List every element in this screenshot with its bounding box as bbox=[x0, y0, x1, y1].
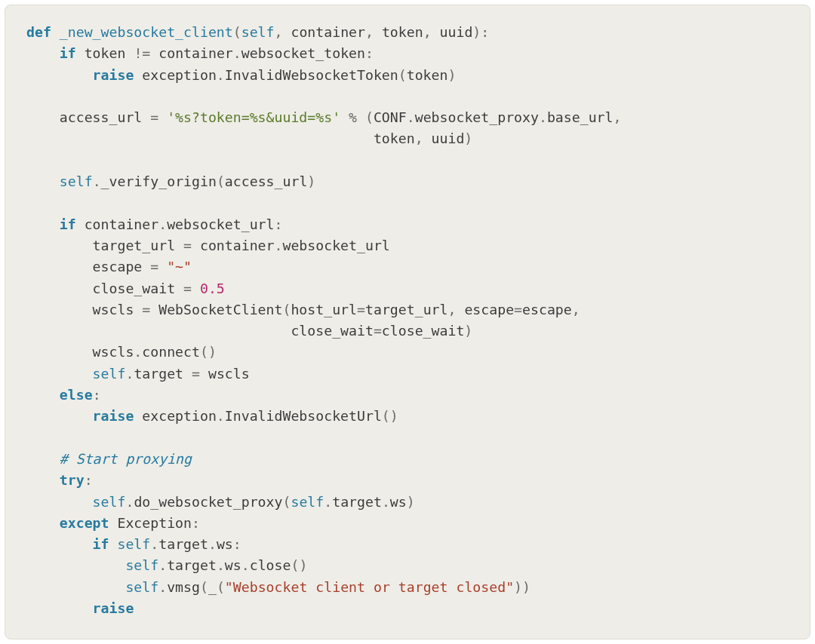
code-block: def _new_websocket_client(self, containe… bbox=[5, 5, 810, 639]
code-content: def _new_websocket_client(self, containe… bbox=[26, 24, 621, 616]
page: def _new_websocket_client(self, containe… bbox=[0, 0, 815, 644]
